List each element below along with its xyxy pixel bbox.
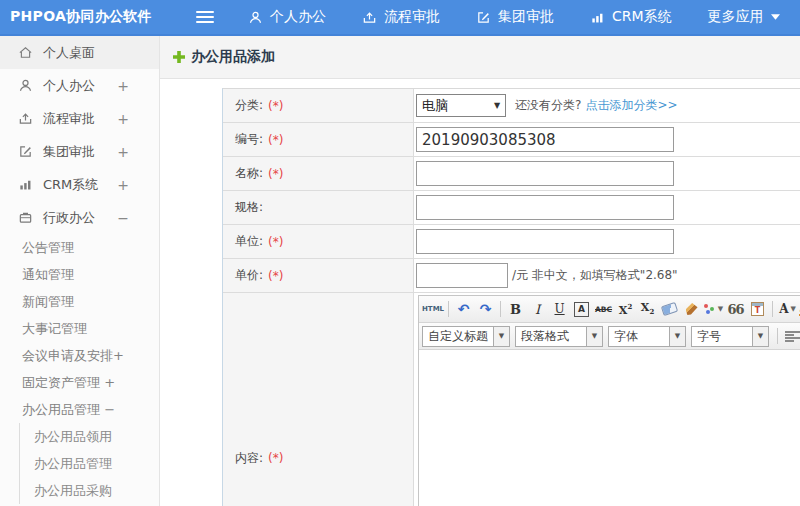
caret-down-icon: ▼ bbox=[791, 305, 796, 313]
auto-typeset-button[interactable]: ▼ bbox=[703, 299, 724, 320]
underline-button[interactable]: U bbox=[549, 299, 570, 320]
spec-input[interactable] bbox=[416, 195, 674, 220]
sidebar-item-label: 个人办公 bbox=[43, 77, 95, 95]
sidebar-item-personal-office[interactable]: 个人办公 + bbox=[0, 69, 159, 102]
submenu-item-supplies-manage[interactable]: 办公用品管理 bbox=[20, 450, 159, 477]
remove-format-eraser-button[interactable] bbox=[659, 299, 680, 320]
submenu-item-notice[interactable]: 通知管理 bbox=[0, 261, 159, 288]
bold-button[interactable]: B bbox=[505, 299, 526, 320]
form-row-name: 名称:(*) bbox=[223, 157, 800, 191]
superscript-button[interactable]: X2 bbox=[615, 299, 636, 320]
blockquote-button[interactable]: 66 bbox=[725, 299, 746, 320]
sidebar-item-process-approval[interactable]: 流程审批 + bbox=[0, 102, 159, 135]
nav-crm-system[interactable]: CRM系统 bbox=[590, 8, 672, 26]
submenu-item-news[interactable]: 新闻管理 bbox=[0, 288, 159, 315]
required-mark: (*) bbox=[268, 133, 283, 147]
editor-content-area[interactable] bbox=[419, 350, 800, 506]
name-input[interactable] bbox=[416, 161, 674, 186]
price-input[interactable] bbox=[416, 263, 508, 288]
expand-plus-icon[interactable]: + bbox=[117, 177, 129, 193]
bar-chart-icon bbox=[18, 177, 33, 192]
form-row-code: 编号:(*) bbox=[223, 123, 800, 157]
redo-button[interactable]: ↷ bbox=[475, 299, 496, 320]
category-select[interactable]: 电脑 ▼ bbox=[416, 94, 506, 117]
paste-text-button[interactable]: T bbox=[747, 299, 768, 320]
unit-input[interactable] bbox=[416, 229, 674, 254]
expand-plus-icon[interactable]: + bbox=[117, 144, 129, 160]
sidebar-item-crm-system[interactable]: CRM系统 + bbox=[0, 168, 159, 201]
italic-button[interactable]: I bbox=[527, 299, 548, 320]
sidebar-item-admin-office[interactable]: 行政办公 − bbox=[0, 201, 159, 234]
strikethrough-button[interactable]: ABC bbox=[593, 299, 614, 320]
submenu-item-fixed-assets[interactable]: 固定资产管理 + bbox=[0, 369, 159, 396]
add-plus-icon bbox=[173, 48, 185, 67]
toolbar-separator bbox=[772, 301, 773, 317]
editor-toolbar-row1: HTML ↶ ↷ B I U A ABC X2 X2 ▼ bbox=[419, 296, 800, 323]
code-input[interactable] bbox=[416, 127, 674, 152]
expand-plus-icon[interactable]: + bbox=[117, 111, 129, 127]
home-icon bbox=[18, 45, 33, 60]
sidebar-item-label: 流程审批 bbox=[43, 110, 95, 128]
submenu-item-memorabilia[interactable]: 大事记管理 bbox=[0, 315, 159, 342]
field-label: 名称:(*) bbox=[223, 157, 414, 190]
nav-personal-office[interactable]: 个人办公 bbox=[248, 8, 326, 26]
nav-process-approval[interactable]: 流程审批 bbox=[362, 8, 440, 26]
paragraph-format-dropdown[interactable]: 段落格式▼ bbox=[515, 326, 603, 347]
topbar: PHPOA协同办公软件 个人办公 流程审批 集团审批 CRM系统 更多应用 bbox=[0, 0, 800, 36]
sidebar-item-label: CRM系统 bbox=[43, 176, 98, 194]
select-caret-icon: ▼ bbox=[489, 101, 505, 110]
field-label: 内容:(*) bbox=[223, 293, 414, 506]
add-category-link[interactable]: 点击添加分类>> bbox=[585, 97, 677, 114]
char-border-button[interactable]: A bbox=[571, 299, 592, 320]
caret-down-icon: ▼ bbox=[718, 305, 723, 313]
sidebar-item-group-approval[interactable]: 集团审批 + bbox=[0, 135, 159, 168]
rich-text-editor: HTML ↶ ↷ B I U A ABC X2 X2 ▼ bbox=[418, 295, 800, 506]
caret-down-icon: ▼ bbox=[493, 327, 509, 346]
font-color-button[interactable]: A▼ bbox=[777, 299, 798, 320]
required-mark: (*) bbox=[268, 99, 283, 113]
sidebar-item-label: 个人桌面 bbox=[43, 44, 95, 62]
custom-title-dropdown[interactable]: 自定义标题▼ bbox=[422, 326, 510, 347]
nav-label: 集团审批 bbox=[498, 8, 554, 26]
nav-label: 个人办公 bbox=[270, 8, 326, 26]
edit-icon bbox=[476, 10, 491, 25]
field-label: 单价:(*) bbox=[223, 259, 414, 292]
submenu-item-supplies-purchase[interactable]: 办公用品采购 bbox=[20, 477, 159, 504]
form-row-price: 单价:(*) /元 非中文，如填写格式"2.68" bbox=[223, 259, 800, 293]
caret-down-icon bbox=[771, 14, 780, 20]
toolbar-separator bbox=[448, 301, 449, 317]
nav-label: CRM系统 bbox=[612, 8, 672, 26]
subscript-button[interactable]: X2 bbox=[637, 299, 658, 320]
required-mark: (*) bbox=[268, 269, 283, 283]
form-row-spec: 规格: bbox=[223, 191, 800, 225]
submenu-item-meeting[interactable]: 会议申请及安排+ bbox=[0, 342, 159, 369]
submenu-item-announcement[interactable]: 公告管理 bbox=[0, 234, 159, 261]
undo-button[interactable]: ↶ bbox=[453, 299, 474, 320]
expand-plus-icon[interactable]: + bbox=[117, 78, 129, 94]
submenu-item-office-supplies[interactable]: 办公用品管理 − bbox=[0, 396, 159, 423]
office-supplies-submenu: 办公用品领用 办公用品管理 办公用品采购 bbox=[19, 423, 159, 504]
briefcase-icon bbox=[18, 210, 33, 225]
font-size-dropdown[interactable]: 字号▼ bbox=[691, 326, 769, 347]
field-label: 规格: bbox=[223, 191, 414, 224]
hamburger-icon[interactable] bbox=[196, 11, 214, 23]
field-label: 单位:(*) bbox=[223, 225, 414, 258]
required-mark: (*) bbox=[268, 167, 283, 181]
toolbar-separator bbox=[777, 328, 778, 344]
submenu-item-supplies-receive[interactable]: 办公用品领用 bbox=[20, 423, 159, 450]
align-left-button[interactable] bbox=[782, 326, 800, 347]
nav-group-approval[interactable]: 集团审批 bbox=[476, 8, 554, 26]
field-label: 分类:(*) bbox=[223, 89, 414, 122]
collapse-minus-icon[interactable]: − bbox=[117, 210, 129, 226]
caret-down-icon: ▼ bbox=[752, 327, 768, 346]
toolbar-separator bbox=[500, 301, 501, 317]
admin-office-submenu: 公告管理 通知管理 新闻管理 大事记管理 会议申请及安排+ 固定资产管理 + 办… bbox=[0, 234, 159, 504]
font-family-dropdown[interactable]: 字体▼ bbox=[608, 326, 686, 347]
main-content: 办公用品添加 分类:(*) 电脑 ▼ 还没有分类? 点击添加分类>> 编号:(*… bbox=[160, 36, 800, 506]
nav-more-apps[interactable]: 更多应用 bbox=[708, 8, 780, 26]
sidebar-item-personal-desktop[interactable]: 个人桌面 bbox=[0, 36, 159, 69]
app-logo[interactable]: PHPOA协同办公软件 bbox=[0, 8, 160, 26]
caret-down-icon: ▼ bbox=[669, 327, 685, 346]
html-source-button[interactable]: HTML bbox=[422, 299, 444, 320]
format-painter-brush-button[interactable] bbox=[681, 299, 702, 320]
